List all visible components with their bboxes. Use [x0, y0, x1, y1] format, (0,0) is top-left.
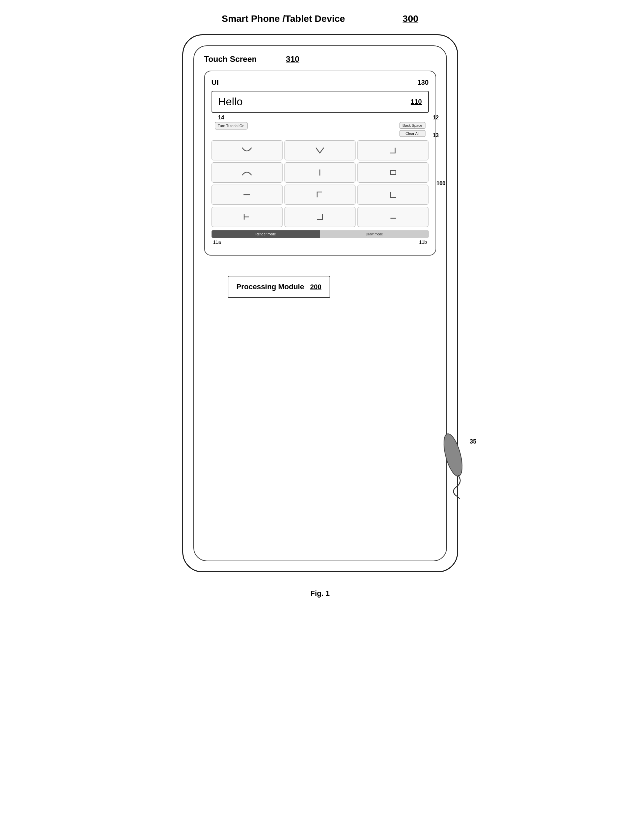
touchscreen-ref-number: 310 — [286, 54, 299, 64]
clearall-button[interactable]: Clear All — [400, 130, 426, 137]
svg-rect-1 — [390, 171, 396, 174]
processing-module-section: Processing Module 200 — [214, 269, 436, 298]
mode-bar: Render mode Draw mode — [211, 230, 429, 238]
processing-module-label: Processing Module — [237, 282, 304, 291]
text-display-ref: 110 — [411, 98, 422, 106]
processing-module-ref: 200 — [310, 283, 321, 291]
symbol-cell-6[interactable] — [357, 162, 429, 182]
ref-13-label: 13 — [433, 133, 439, 139]
symbol-cell-7[interactable] — [211, 185, 283, 205]
text-display-value: Hello — [218, 96, 243, 108]
page-title: Smart Phone /Tablet Device 300 — [222, 13, 418, 24]
touchscreen-label: Touch Screen 310 — [204, 54, 436, 64]
draw-mode-btn[interactable]: Draw mode — [320, 230, 429, 238]
device-title-text: Smart Phone /Tablet Device — [222, 13, 345, 24]
top-controls: 14 Turn Tutorial On 12 Back Space Clear … — [211, 122, 429, 137]
device-ref-number: 300 — [403, 13, 418, 24]
symbol-grid — [211, 140, 429, 227]
controls-area: 14 Turn Tutorial On 12 Back Space Clear … — [211, 119, 429, 248]
touchscreen-label-text: Touch Screen — [204, 54, 257, 64]
stylus-container: 35 — [440, 432, 466, 500]
ref-14-label: 14 — [218, 115, 224, 121]
stylus-svg — [440, 432, 466, 499]
mode-labels: 11a 11b — [211, 239, 429, 245]
symbol-cell-10[interactable] — [211, 207, 283, 227]
render-mode-btn[interactable]: Render mode — [211, 230, 320, 238]
ui-header: UI 130 — [211, 78, 429, 87]
text-display-box: Hello 110 — [211, 91, 429, 113]
ref-12-label: 12 — [433, 115, 439, 121]
tutorial-btn-wrapper: 14 Turn Tutorial On — [215, 122, 248, 130]
ui-ref-number: 130 — [418, 79, 429, 86]
symbol-cell-4[interactable] — [211, 162, 283, 182]
ui-box: UI 130 Hello 110 14 Turn Tutorial On — [204, 70, 436, 256]
symbol-cell-9[interactable] — [357, 185, 429, 205]
symbol-grid-wrapper: 100 — [211, 140, 429, 227]
ref-100-label: 100 — [437, 181, 446, 187]
symbol-cell-2[interactable] — [285, 140, 355, 160]
backspace-button[interactable]: Back Space — [400, 122, 426, 129]
symbol-cell-5[interactable] — [285, 162, 355, 182]
mode-label-b: 11b — [419, 239, 427, 245]
device-outer-boundary: Touch Screen 310 UI 130 Hello 110 — [182, 34, 458, 572]
symbol-cell-11[interactable] — [285, 207, 355, 227]
symbol-cell-12[interactable] — [357, 207, 429, 227]
ui-label-text: UI — [211, 78, 219, 87]
svg-point-4 — [440, 432, 466, 478]
figure-caption: Fig. 1 — [310, 589, 330, 598]
symbol-cell-1[interactable] — [211, 140, 283, 160]
symbol-cell-8[interactable] — [285, 185, 355, 205]
processing-module-box: Processing Module 200 — [228, 276, 330, 298]
ref-35-label: 35 — [469, 438, 476, 445]
tutorial-button[interactable]: Turn Tutorial On — [215, 122, 248, 130]
right-buttons: 12 Back Space Clear All 13 — [400, 122, 426, 137]
symbol-cell-3[interactable] — [357, 140, 429, 160]
mode-label-a: 11a — [213, 239, 221, 245]
touchscreen-box: Touch Screen 310 UI 130 Hello 110 — [194, 45, 447, 561]
